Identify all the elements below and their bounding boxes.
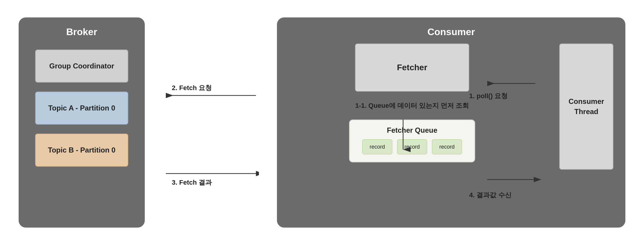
record-box-3: record [432,139,462,154]
fetcher-queue-box: Fetcher Queue record record record [349,119,475,162]
consumer-title: Consumer [289,26,613,38]
fetch-result-label: 3. Fetch 결과 [172,178,212,187]
consumer-thread-label: Consumer Thread [569,96,604,116]
poll-request-label: 1. poll() 요청 [469,92,508,101]
arrow-area: 2. Fetch 요청 3. Fetch 결과 [163,17,259,228]
group-coordinator-label: Group Coordinator [49,62,114,70]
record-box-2: record [397,139,427,154]
queue-check-label: 1-1. Queue에 데이터 있는지 먼저 조회 [355,101,469,110]
consumer-thread-box: Consumer Thread [559,44,613,170]
middle-arrows-svg [163,17,259,228]
fetch-request-label: 2. Fetch 요청 [172,83,212,92]
fetcher-label: Fetcher [397,63,427,72]
consumer-main: Fetcher 1-1. Queue에 데이터 있는지 먼저 조회 Fetche… [289,44,535,162]
broker-box: Broker Group Coordinator Topic A - Parti… [19,17,145,228]
broker-title: Broker [66,26,97,38]
diagram-container: Broker Group Coordinator Topic A - Parti… [7,5,637,240]
partition-b-label: Topic B - Partition 0 [48,146,116,154]
consumer-inner: Fetcher 1-1. Queue에 데이터 있는지 먼저 조회 Fetche… [289,44,613,219]
partition-b-box: Topic B - Partition 0 [35,134,128,167]
fetcher-queue-label: Fetcher Queue [387,126,437,135]
partition-a-label: Topic A - Partition 0 [48,104,115,112]
record-box-1: record [362,139,392,154]
partition-a-box: Topic A - Partition 0 [35,92,128,125]
consumer-box: Consumer [277,17,625,228]
record-row: record record record [362,139,462,154]
fetcher-box: Fetcher [355,44,469,92]
group-coordinator-box: Group Coordinator [35,50,128,83]
result-receive-label: 4. 결과값 수신 [469,191,512,200]
